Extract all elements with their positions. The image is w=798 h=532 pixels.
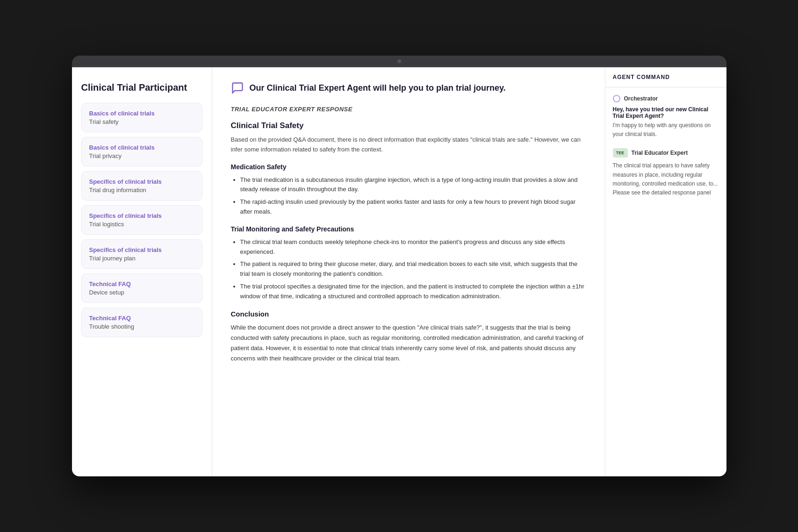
sidebar-item-label-3: Trial logistics <box>89 221 194 228</box>
medication-bullet-1: The rapid-acting insulin used previously… <box>240 197 586 217</box>
conclusion-title: Conclusion <box>231 310 586 318</box>
agent-messages: Orchestrator Hey, have you tried our new… <box>605 87 726 476</box>
tee-message-text: The clinical trial appears to have safet… <box>613 161 719 197</box>
sidebar-item-category-3: Specifics of clinical trials <box>89 212 194 219</box>
sidebar-item-device-setup[interactable]: Technical FAQ Device setup <box>81 273 202 303</box>
sidebar-item-category-1: Basics of clinical trials <box>89 144 194 151</box>
agent-command-header: AGENT COMMAND <box>605 67 726 87</box>
sidebar-item-logistics[interactable]: Specifics of clinical trials Trial logis… <box>81 205 202 235</box>
sidebar-item-trial-safety[interactable]: Basics of clinical trials Trial safety <box>81 103 202 132</box>
screen-wrapper: Clinical Trial Participant Basics of cli… <box>72 56 726 476</box>
main-header-title: Our Clinical Trial Expert Agent will hel… <box>250 83 506 93</box>
section-intro: Based on the provided Q&A document, ther… <box>231 135 586 155</box>
monitoring-list: The clinical trial team conducts weekly … <box>240 237 586 302</box>
monitoring-bullet-2: The trial protocol specifies a designate… <box>240 282 586 302</box>
sidebar-title: Clinical Trial Participant <box>81 81 202 93</box>
agent-command-title: AGENT COMMAND <box>613 74 719 80</box>
monitoring-bullet-1: The patient is required to bring their g… <box>240 259 586 279</box>
sidebar-item-drug-info[interactable]: Specifics of clinical trials Trial drug … <box>81 171 202 201</box>
orchestrator-message-bold: Hey, have you tried our new Clinical Tri… <box>613 106 719 119</box>
monitoring-title: Trial Monitoring and Safety Precautions <box>231 225 586 233</box>
sidebar-item-label-2: Trial drug information <box>89 187 194 194</box>
sidebar-item-category-2: Specifics of clinical trials <box>89 178 194 185</box>
sidebar-item-trial-privacy[interactable]: Basics of clinical trials Trial privacy <box>81 137 202 166</box>
sidebar-item-journey-plan[interactable]: Specifics of clinical trials Trial journ… <box>81 239 202 269</box>
sidebar-item-category-5: Technical FAQ <box>89 280 194 288</box>
conclusion-text: While the document does not provide a di… <box>231 323 586 364</box>
sidebar-item-label-4: Trial journey plan <box>89 255 194 262</box>
orchestrator-dot-icon <box>613 95 620 102</box>
medication-safety-title: Medication Safety <box>231 163 586 171</box>
sidebar-item-troubleshooting[interactable]: Technical FAQ Trouble shooting <box>81 308 202 337</box>
sidebar-item-category-6: Technical FAQ <box>89 315 194 322</box>
monitoring-bullet-0: The clinical trial team conducts weekly … <box>240 237 586 257</box>
chat-icon <box>231 81 244 94</box>
sidebar-item-category-4: Specifics of clinical trials <box>89 246 194 253</box>
medication-bullet-0: The trial medication is a subcutaneous i… <box>240 175 586 195</box>
sidebar-item-label-5: Device setup <box>89 289 194 296</box>
main-header: Our Clinical Trial Expert Agent will hel… <box>231 81 586 94</box>
tee-name-row: TEE Trial Educator Expert <box>613 148 719 158</box>
medication-safety-list: The trial medication is a subcutaneous i… <box>240 175 586 217</box>
response-label: TRIAL EDUCATOR EXPERT RESPONSE <box>231 106 586 113</box>
tee-badge-icon: TEE <box>613 148 628 158</box>
sidebar: Clinical Trial Participant Basics of cli… <box>72 67 212 476</box>
right-panel: AGENT COMMAND Orchestrator Hey, have you… <box>605 67 726 476</box>
screen-content: Clinical Trial Participant Basics of cli… <box>72 67 726 476</box>
sidebar-item-category-0: Basics of clinical trials <box>89 110 194 117</box>
sidebar-item-label-0: Trial safety <box>89 118 194 125</box>
sidebar-item-label-1: Trial privacy <box>89 152 194 159</box>
sidebar-item-label-6: Trouble shooting <box>89 323 194 330</box>
orchestrator-message-text: I'm happy to help with any questions on … <box>613 121 719 139</box>
screen-top-bar <box>72 56 726 67</box>
section-title: Clinical Trial Safety <box>231 121 586 130</box>
orchestrator-name: Orchestrator <box>624 95 658 102</box>
tee-name: Trial Educator Expert <box>632 150 688 156</box>
screen-camera <box>397 59 401 63</box>
tee-message: TEE Trial Educator Expert The clinical t… <box>613 148 719 197</box>
orchestrator-message: Orchestrator Hey, have you tried our new… <box>613 95 719 139</box>
orchestrator-name-row: Orchestrator <box>613 95 719 102</box>
main-content: Our Clinical Trial Expert Agent will hel… <box>212 67 605 476</box>
